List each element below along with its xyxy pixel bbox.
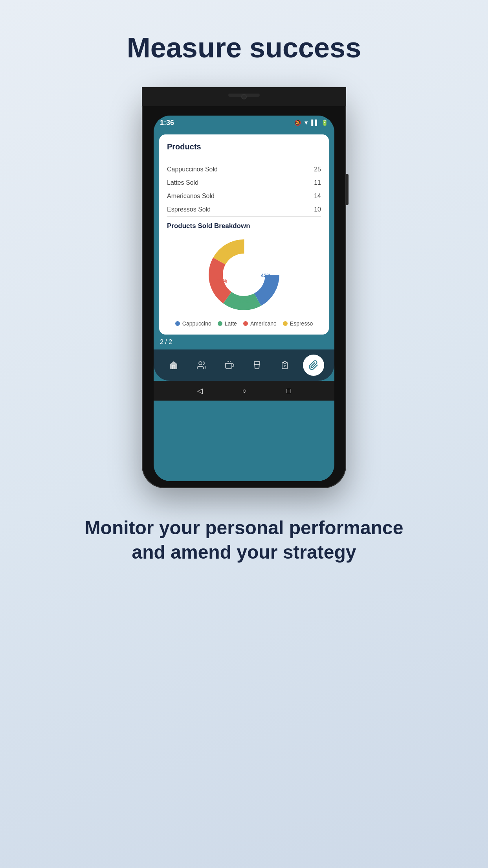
- legend-cappuccino: Cappuccino: [175, 320, 211, 327]
- nav-customers[interactable]: [192, 355, 211, 375]
- product-name-cappuccinos: Cappuccinos Sold: [167, 166, 218, 173]
- label-americano: 23%: [217, 278, 227, 284]
- android-nav-bar: ◁ ○ □: [154, 381, 334, 401]
- chart-legend: Cappuccino Latte Americano Espresso: [167, 320, 321, 327]
- product-name-espressos: Espressos Sold: [167, 206, 211, 213]
- divider-top: [167, 157, 321, 157]
- legend-latte: Latte: [218, 320, 237, 327]
- status-icons: 🔕 ▼ ▌▌ 🔋: [294, 120, 328, 126]
- legend-americano: Americano: [243, 320, 277, 327]
- product-row-cappuccinos: Cappuccinos Sold 25: [167, 163, 321, 176]
- nav-orders[interactable]: [275, 355, 295, 375]
- products-card: Products Cappuccinos Sold 25 Lattes Sold…: [159, 134, 329, 335]
- product-row-lattes: Lattes Sold 11: [167, 176, 321, 189]
- product-row-americanos: Americanos Sold 14: [167, 189, 321, 203]
- legend-label-cappuccino: Cappuccino: [182, 320, 211, 327]
- android-back[interactable]: ◁: [197, 386, 203, 395]
- divider-mid: [167, 216, 321, 217]
- legend-dot-espresso: [283, 321, 288, 326]
- camera: [241, 94, 247, 99]
- donut-chart-container: 42% 18% 23% 17%: [167, 235, 321, 314]
- android-recents[interactable]: □: [286, 387, 291, 395]
- label-latte: 18%: [239, 298, 249, 304]
- bottom-text: Monitor your personal performanceand ame…: [85, 516, 404, 565]
- signal-icon: ▌▌: [311, 120, 319, 126]
- page-indicator: 2 / 2: [154, 335, 334, 349]
- mute-icon: 🔕: [294, 120, 301, 126]
- legend-espresso: Espresso: [283, 320, 313, 327]
- legend-label-latte: Latte: [225, 320, 237, 327]
- phone-screen: 1:36 🔕 ▼ ▌▌ 🔋 Products Cappuccinos Sold …: [154, 116, 334, 481]
- product-row-espressos: Espressos Sold 10: [167, 203, 321, 216]
- svg-point-0: [199, 362, 202, 365]
- product-name-americanos: Americanos Sold: [167, 193, 215, 200]
- product-count-espressos: 10: [314, 206, 321, 213]
- android-home[interactable]: ○: [242, 387, 247, 395]
- page-title: Measure success: [127, 31, 361, 64]
- bottom-nav: [154, 349, 334, 381]
- status-time: 1:36: [160, 119, 174, 127]
- product-count-cappuccinos: 25: [314, 166, 321, 173]
- nav-store[interactable]: [164, 355, 183, 375]
- legend-dot-latte: [218, 321, 222, 326]
- label-espresso: 17%: [226, 247, 237, 253]
- legend-label-americano: Americano: [250, 320, 277, 327]
- legend-label-espresso: Espresso: [290, 320, 313, 327]
- product-count-lattes: 11: [314, 179, 321, 186]
- legend-dot-americano: [243, 321, 248, 326]
- phone-top-bar: [142, 87, 346, 106]
- nav-coffee[interactable]: [220, 355, 239, 375]
- legend-dot-cappuccino: [175, 321, 180, 326]
- wifi-icon: ▼: [303, 120, 309, 126]
- status-bar: 1:36 🔕 ▼ ▌▌ 🔋: [154, 116, 334, 130]
- phone-device: 1:36 🔕 ▼ ▌▌ 🔋 Products Cappuccinos Sold …: [142, 87, 346, 488]
- product-name-lattes: Lattes Sold: [167, 179, 198, 186]
- card-title: Products: [167, 142, 321, 151]
- phone-content: Products Cappuccinos Sold 25 Lattes Sold…: [154, 130, 334, 335]
- label-cappuccino: 42%: [261, 272, 271, 278]
- nav-drinks[interactable]: [247, 355, 267, 375]
- breakdown-title: Products Sold Breakdown: [167, 222, 321, 230]
- nav-report-active[interactable]: [303, 355, 324, 376]
- battery-icon: 🔋: [321, 120, 328, 126]
- product-count-americanos: 14: [314, 193, 321, 200]
- svg-rect-4: [284, 362, 286, 363]
- donut-chart: 42% 18% 23% 17%: [205, 235, 283, 314]
